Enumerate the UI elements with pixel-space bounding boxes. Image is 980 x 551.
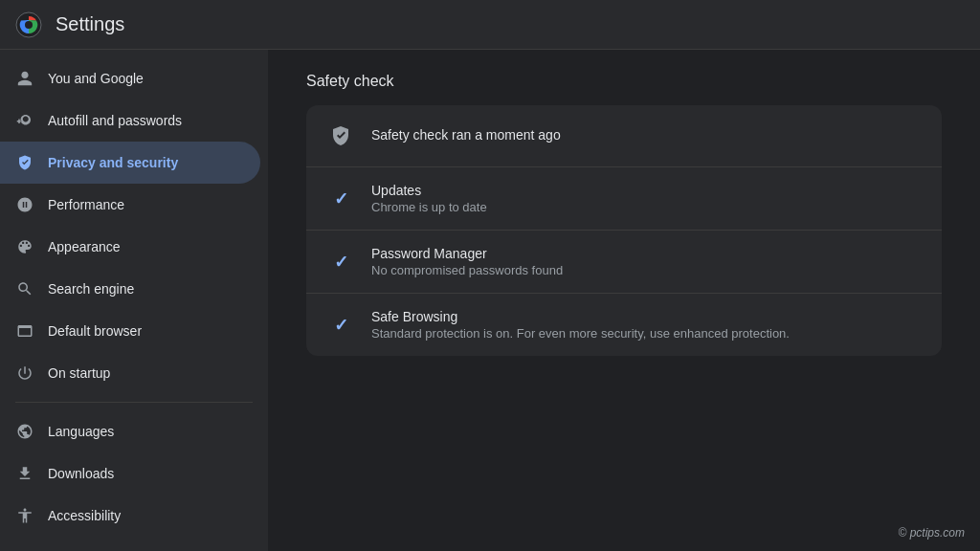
sidebar-item-you-and-google[interactable]: You and Google [0, 57, 260, 99]
sidebar-item-label: Search engine [48, 281, 134, 297]
sidebar-item-label: Accessibility [48, 508, 121, 523]
sidebar-item-autofill[interactable]: Autofill and passwords [0, 99, 260, 142]
gauge-icon [15, 195, 34, 214]
sidebar: You and Google Autofill and passwords Pr… [0, 50, 268, 551]
sidebar-item-on-startup[interactable]: On startup [0, 352, 260, 394]
page-title: Settings [56, 13, 124, 35]
main-layout: You and Google Autofill and passwords Pr… [0, 50, 980, 551]
safety-row-title: Safety check ran a moment ago [371, 127, 923, 143]
safety-row-ran: Safety check ran a moment ago [306, 105, 942, 167]
safety-row-title: Safe Browsing [371, 309, 923, 324]
safety-row-text: Safe Browsing Standard protection is on.… [371, 309, 923, 341]
search-icon [15, 279, 34, 298]
sidebar-item-label: Languages [48, 424, 114, 439]
safety-row-subtitle: Standard protection is on. For even more… [371, 326, 923, 341]
safety-row-updates: ✓ Updates Chrome is up to date [306, 167, 942, 231]
shield-check-icon [325, 121, 356, 151]
shield-icon [15, 153, 34, 172]
palette-icon [15, 237, 34, 256]
safety-row-title: Password Manager [371, 246, 923, 261]
sidebar-item-accessibility[interactable]: Accessibility [0, 495, 260, 537]
safety-row-subtitle: Chrome is up to date [371, 200, 923, 214]
safety-row-subtitle: No compromised passwords found [371, 263, 923, 277]
sidebar-item-privacy[interactable]: Privacy and security [0, 142, 260, 184]
sidebar-item-label: Autofill and passwords [48, 113, 182, 128]
sidebar-item-label: Downloads [48, 466, 114, 481]
sidebar-item-label: Appearance [48, 239, 121, 254]
download-icon [15, 464, 34, 483]
sidebar-item-label: Default browser [48, 323, 142, 339]
sidebar-item-languages[interactable]: Languages [0, 410, 260, 452]
sidebar-item-performance[interactable]: Performance [0, 184, 260, 226]
header: Settings [0, 0, 980, 50]
safety-row-text: Safety check ran a moment ago [371, 127, 923, 144]
sidebar-item-label: On startup [48, 365, 110, 381]
sidebar-item-label: Performance [48, 197, 124, 212]
sidebar-item-downloads[interactable]: Downloads [0, 452, 260, 495]
checkmark-icon: ✓ [325, 184, 356, 214]
checkmark-icon: ✓ [325, 247, 356, 277]
sidebar-item-default-browser[interactable]: Default browser [0, 310, 260, 352]
checkmark-icon: ✓ [325, 310, 356, 341]
watermark: © pctips.com [898, 526, 965, 540]
person-icon [15, 69, 34, 88]
key-icon [15, 111, 34, 130]
safety-row-text: Password Manager No compromised password… [371, 246, 923, 277]
section-title: Safety check [306, 73, 942, 90]
sidebar-divider [15, 402, 253, 403]
globe-icon [15, 422, 34, 441]
safety-row-title: Updates [371, 183, 923, 198]
safety-row-text: Updates Chrome is up to date [371, 183, 923, 214]
svg-point-2 [25, 21, 33, 29]
safety-check-card: Safety check ran a moment ago ✓ Updates … [306, 105, 942, 356]
accessibility-icon [15, 506, 34, 525]
browser-icon [15, 321, 34, 341]
safety-row-password-manager: ✓ Password Manager No compromised passwo… [306, 231, 942, 294]
chrome-logo [15, 11, 42, 38]
sidebar-item-search-engine[interactable]: Search engine [0, 268, 260, 310]
sidebar-item-label: Privacy and security [48, 155, 178, 170]
sidebar-item-appearance[interactable]: Appearance [0, 226, 260, 268]
sidebar-item-label: You and Google [48, 71, 144, 86]
power-icon [15, 364, 34, 383]
main-content: Safety check Safety check ran a moment a… [268, 50, 980, 551]
safety-row-safe-browsing: ✓ Safe Browsing Standard protection is o… [306, 294, 942, 356]
